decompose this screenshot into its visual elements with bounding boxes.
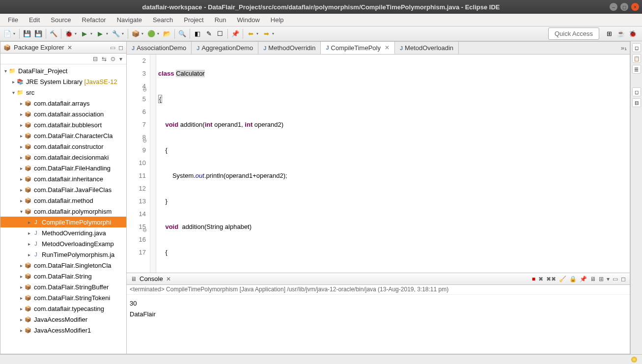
menu-help[interactable]: Help	[266, 15, 289, 25]
java-file[interactable]: ▸JRunTimePolymorphism.ja	[0, 249, 126, 260]
debug-button[interactable]: 🐞	[63, 28, 74, 39]
build-button[interactable]: 🔨	[48, 28, 59, 39]
menu-bar: File Edit Source Refactor Navigate Searc…	[0, 14, 642, 27]
tab-association[interactable]: JAssociationDemo	[127, 42, 192, 54]
package-node[interactable]: ▸📦com.DataFlair.FileHandling	[0, 163, 126, 173]
task-button[interactable]: ☐	[215, 28, 225, 39]
terminate-icon[interactable]: ■	[531, 276, 536, 282]
java-file[interactable]: ▸JMethodOverriding.java	[0, 227, 126, 238]
tab-overflow[interactable]: »₁	[618, 42, 630, 54]
pin-console-icon[interactable]: 📌	[579, 276, 588, 282]
package-node[interactable]: ▸📦com.DataFlair.StringBuffer	[0, 281, 126, 292]
collapse-all-icon[interactable]: ⊟	[92, 56, 99, 62]
tab-compiletimepoly[interactable]: JCompileTimePoly✕	[321, 42, 395, 54]
remove-all-icon[interactable]: ✖✖	[545, 276, 557, 282]
package-node[interactable]: ▸📦JavaAcessModifier	[0, 314, 126, 325]
package-node[interactable]: ▸📦com.dataflair.method	[0, 195, 126, 206]
new-button[interactable]: 📄	[2, 28, 13, 39]
open-type-button[interactable]: 📂	[162, 28, 172, 39]
tip-bulb-icon[interactable]	[631, 357, 637, 363]
outline-view-icon[interactable]: 📋	[632, 54, 641, 63]
menu-navigate[interactable]: Navigate	[112, 15, 147, 25]
package-node[interactable]: ▸📦com.dataflair.association	[0, 109, 126, 119]
project-node[interactable]: ▾📁DataFlair_Project	[0, 65, 126, 76]
external-tools-button[interactable]: 🔧	[111, 28, 121, 39]
package-node[interactable]: ▸📦com.dataflair.typecasting	[0, 303, 126, 314]
java-file-selected[interactable]: ▸JCompileTimePolymorphi	[0, 217, 126, 227]
open-perspective-button[interactable]: ⊞	[604, 28, 614, 39]
maximize-view-icon[interactable]: ◻	[117, 44, 124, 51]
menu-refactor[interactable]: Refactor	[77, 15, 111, 25]
maximize-console-icon[interactable]: ◻	[620, 276, 627, 282]
java-perspective-button[interactable]: ☕	[615, 28, 626, 39]
tab-metodoverloadin[interactable]: JMetodOverloadin	[395, 42, 459, 54]
task-list-icon[interactable]: ☰	[632, 65, 641, 74]
new-package-button[interactable]: 📦	[130, 28, 141, 39]
code-content[interactable]: class Calculator { void addition(int ope…	[156, 55, 630, 273]
close-console-icon[interactable]: ✕	[165, 276, 172, 282]
package-node[interactable]: ▸📦com.DataFlair.String	[0, 271, 126, 281]
restore-view-icon[interactable]: ◻	[632, 43, 641, 52]
run-button[interactable]: ▶	[79, 28, 90, 39]
window-title: dataflair-workspace - DataFlair_Project/…	[142, 3, 500, 11]
save-all-button[interactable]: 💾	[33, 28, 44, 39]
outline-icon[interactable]: ⊟	[632, 98, 641, 107]
link-editor-icon[interactable]: ⇆	[101, 56, 108, 62]
console-menu-icon[interactable]: ▾	[606, 276, 611, 282]
code-editor[interactable]: 2 3 4 5 6 7 8 9 10 11 12 13 14 15 16 17	[127, 55, 630, 273]
right-trim-bar: ◻ 📋 ☰ ◻ ⊟	[630, 41, 642, 354]
java-icon: J	[132, 45, 135, 51]
toggle-button[interactable]: ◧	[192, 28, 203, 39]
search-button[interactable]: 🔍	[177, 28, 188, 39]
save-button[interactable]: 💾	[22, 28, 32, 39]
package-node[interactable]: ▸📦com.dataflair.arrays	[0, 98, 126, 109]
package-node[interactable]: ▸📦com.dataflair.bubblesort	[0, 119, 126, 130]
debug-perspective-button[interactable]: 🐞	[627, 28, 638, 39]
package-icon: 📦	[2, 44, 12, 51]
minimize-button[interactable]: –	[610, 3, 617, 11]
view-menu-icon[interactable]: ▾	[118, 56, 123, 62]
close-tab-icon[interactable]: ✕	[385, 44, 390, 51]
package-node[interactable]: ▸📦com.dataflair.constructor	[0, 141, 126, 152]
nav-back-button[interactable]: ⬅	[245, 28, 256, 39]
close-button[interactable]: ×	[631, 3, 639, 11]
package-node[interactable]: ▸📦JavaAcessModifier1	[0, 325, 126, 336]
minimize-view-icon[interactable]: ▭	[109, 44, 116, 51]
pin-button[interactable]: 📌	[230, 28, 241, 39]
console-output[interactable]: 30 DataFlair	[127, 295, 630, 354]
menu-window[interactable]: Window	[232, 15, 265, 25]
maximize-button[interactable]: ◻	[620, 3, 628, 11]
close-view-icon[interactable]: ✕	[66, 44, 73, 51]
clear-console-icon[interactable]: 🧹	[558, 276, 567, 282]
menu-edit[interactable]: Edit	[24, 15, 45, 25]
package-node[interactable]: ▸📦com.DataFlair.JavaFileClas	[0, 184, 126, 195]
package-node[interactable]: ▸📦com.DataFlair.CharacterCla	[0, 130, 126, 141]
menu-source[interactable]: Source	[46, 15, 76, 25]
quick-access-button[interactable]: Quick Access	[548, 28, 599, 40]
restore-view-icon-2[interactable]: ◻	[632, 87, 641, 96]
package-node[interactable]: ▸📦com.dataflair.inheritance	[0, 173, 126, 184]
tab-methodoverridin[interactable]: JMethodOverridin	[258, 42, 321, 54]
menu-search[interactable]: Search	[148, 15, 178, 25]
menu-project[interactable]: Project	[179, 15, 208, 25]
jre-node[interactable]: ▸📚JRE System Library [JavaSE-12	[0, 76, 126, 87]
scroll-lock-icon[interactable]: 🔒	[568, 276, 578, 282]
package-node-open[interactable]: ▾📦com.dataflair.polymorphism	[0, 206, 126, 217]
display-selected-icon[interactable]: 🖥	[589, 276, 597, 282]
nav-forward-button[interactable]: ➡	[261, 28, 272, 39]
package-node[interactable]: ▸📦com.dataflair.decisionmaki	[0, 152, 126, 163]
package-node[interactable]: ▸📦com.DataFlair.StringTokeni	[0, 292, 126, 303]
menu-file[interactable]: File	[3, 15, 23, 25]
package-node[interactable]: ▸📦com.DataFlair.SingletonCla	[0, 260, 126, 271]
java-file[interactable]: ▸JMetodOverloadingExamp	[0, 238, 126, 249]
tab-aggregation[interactable]: JAggregationDemo	[192, 42, 258, 54]
new-class-button[interactable]: 🟢	[146, 28, 157, 39]
minimize-console-icon[interactable]: ▭	[612, 276, 619, 282]
remove-launch-icon[interactable]: ✖	[537, 276, 544, 282]
focus-icon[interactable]: ⊙	[110, 56, 116, 62]
coverage-button[interactable]: ▶	[95, 28, 106, 39]
annotation-button[interactable]: ✎	[203, 28, 214, 39]
src-node[interactable]: ▾📁src	[0, 87, 126, 98]
open-console-icon[interactable]: ⊞	[598, 276, 605, 282]
menu-run[interactable]: Run	[210, 15, 231, 25]
